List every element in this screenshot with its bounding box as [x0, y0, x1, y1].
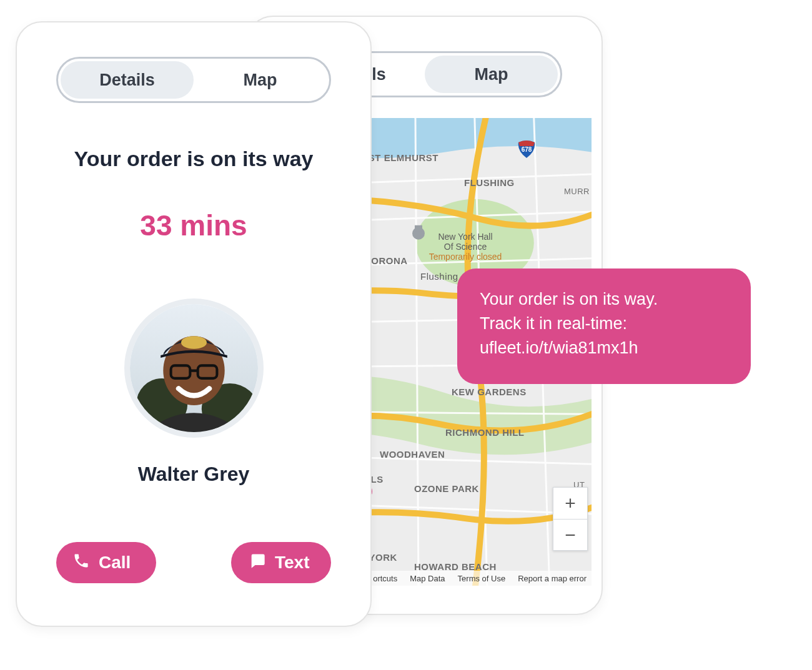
text-button[interactable]: Text	[231, 542, 331, 583]
map-terms-link[interactable]: Terms of Use	[458, 574, 506, 583]
tab-switch-details-card: Details Map	[56, 57, 331, 103]
chat-icon	[249, 552, 266, 574]
tab-details[interactable]: Details	[61, 61, 194, 99]
call-button-label: Call	[99, 553, 131, 573]
sms-line: Your order is on its way.	[480, 290, 658, 308]
driver-avatar	[124, 298, 264, 438]
phone-icon	[72, 552, 90, 574]
map-label: RICHMOND HILL	[445, 427, 525, 439]
tab-map[interactable]: Map	[425, 56, 558, 93]
sms-line: Track it in real-time:	[480, 314, 627, 333]
map-label: FLUSHING	[464, 177, 515, 189]
card-details: Details Map Your order is on its way 33 …	[16, 21, 372, 627]
map-zoom-control: + −	[553, 487, 588, 551]
map-shortcuts-link[interactable]: ortcuts	[373, 574, 397, 583]
map-label: WOODHAVEN	[380, 449, 445, 461]
map-report-link[interactable]: Report a map error	[518, 574, 587, 583]
order-eta: 33 mins	[140, 209, 247, 242]
call-button[interactable]: Call	[56, 542, 156, 583]
map-label: KEW GARDENS	[452, 387, 527, 398]
tab-map[interactable]: Map	[194, 61, 327, 99]
zoom-out-button[interactable]: −	[553, 519, 587, 550]
sms-notification: Your order is on its way. Track it in re…	[457, 268, 751, 384]
shield-interstate-icon: 678	[517, 140, 536, 159]
map-label: Flushing	[420, 271, 458, 283]
svg-point-24	[181, 336, 207, 349]
order-status-headline: Your order is on its way	[74, 147, 314, 171]
driver-name: Walter Grey	[138, 463, 249, 486]
svg-rect-17	[415, 225, 422, 232]
map-label: OZONE PARK	[414, 483, 479, 495]
map-data-link[interactable]: Map Data	[410, 574, 445, 583]
zoom-in-button[interactable]: +	[553, 488, 587, 519]
sms-tracking-link[interactable]: ufleet.io/t/wia81mx1h	[480, 338, 638, 357]
text-button-label: Text	[275, 553, 310, 573]
map-poi-nyhos: New York Hall Of Science Temporarily clo…	[422, 232, 509, 262]
action-row: Call Text	[56, 542, 331, 583]
map-label: MURR	[564, 187, 590, 197]
